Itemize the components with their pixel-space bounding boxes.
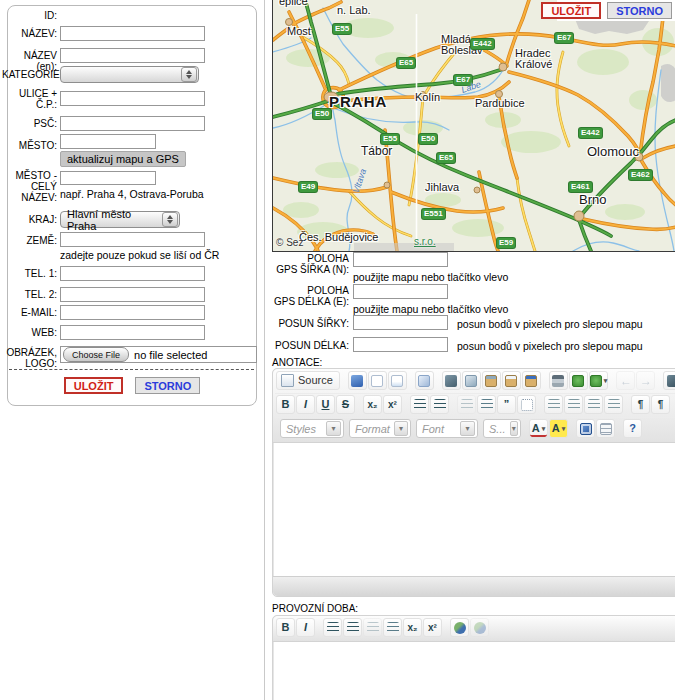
text-color-icon[interactable]: A — [529, 419, 548, 438]
gps-delka-input[interactable] — [353, 284, 448, 299]
cancel-button-top[interactable]: STORNO — [607, 2, 672, 19]
tel1-input[interactable] — [60, 266, 205, 281]
cancel-button[interactable]: STORNO — [135, 377, 200, 394]
anotace-toolbar-row3: StylesFormatFontS...AA? — [275, 417, 675, 441]
strike-icon[interactable]: S — [336, 395, 355, 414]
spell-check-icon[interactable] — [569, 371, 588, 390]
numbered-list-icon[interactable] — [410, 395, 429, 414]
file-status: no file selected — [134, 349, 207, 361]
create-div-icon[interactable] — [517, 395, 536, 414]
underline-icon[interactable]: U — [316, 395, 335, 414]
size-select[interactable]: S... — [483, 419, 521, 438]
print-icon[interactable] — [549, 371, 568, 390]
map-label-vltava-river: Vltava — [351, 168, 368, 195]
bidi-rtl-icon[interactable]: ¶ — [651, 395, 670, 414]
redo-icon[interactable]: → — [636, 371, 655, 390]
styles-select[interactable]: Styles — [280, 419, 344, 438]
ulice-input[interactable] — [60, 91, 205, 106]
mesto-cely-input[interactable] — [60, 171, 156, 185]
outdent-icon[interactable] — [363, 618, 382, 637]
justify-center-icon[interactable] — [564, 395, 583, 414]
indent-icon[interactable] — [477, 395, 496, 414]
bold-icon[interactable]: B — [276, 395, 295, 414]
kraj-select[interactable]: Hlavní město Praha — [60, 211, 180, 228]
italic-icon[interactable]: I — [296, 395, 315, 414]
psc-label: PSČ: — [2, 118, 57, 129]
scayt-icon[interactable] — [589, 371, 609, 390]
templates-icon[interactable] — [415, 371, 434, 390]
save-icon[interactable] — [348, 371, 367, 390]
nazev-input[interactable] — [60, 26, 205, 41]
bidi-ltr-icon[interactable]: ¶ — [631, 395, 650, 414]
form-actions: ULOŽIT STORNO — [8, 377, 256, 394]
show-blocks-icon[interactable] — [596, 419, 615, 438]
form-panel: ID: NÁZEV: NÁZEV (en): KATEGORIE: ULICE … — [0, 0, 265, 700]
link-icon[interactable] — [450, 618, 469, 637]
cut-icon[interactable] — [442, 371, 461, 390]
bulleted-list-icon[interactable] — [343, 618, 362, 637]
justify-block-icon[interactable] — [604, 395, 623, 414]
justify-left-icon[interactable] — [544, 395, 563, 414]
kraj-label: KRAJ: — [2, 214, 57, 225]
anotace-toolbar: Source←→ BIUSx₂x²”¶¶ StylesFormatFontS..… — [273, 369, 675, 443]
indent-icon[interactable] — [383, 618, 402, 637]
subscript-icon[interactable]: x₂ — [403, 618, 422, 637]
update-map-gps-button[interactable]: aktualizuj mapu a GPS — [60, 151, 186, 167]
undo-icon[interactable]: ← — [616, 371, 635, 390]
stepper-icon — [181, 67, 197, 82]
map-label-labe-river: Labe — [460, 79, 482, 95]
logo-file-input[interactable]: Choose File no file selected — [60, 346, 257, 363]
tel1-label: TEL. 1: — [2, 268, 57, 279]
superscript-icon[interactable]: x² — [423, 618, 442, 637]
choose-file-button[interactable]: Choose File — [63, 347, 129, 362]
provozni-doba-editor-body[interactable] — [273, 642, 675, 700]
copy-icon[interactable] — [462, 371, 481, 390]
justify-right-icon[interactable] — [584, 395, 603, 414]
kategorie-select[interactable] — [60, 66, 199, 83]
background-color-icon[interactable]: A — [549, 419, 568, 438]
about-icon[interactable]: ? — [623, 419, 642, 438]
mesto-input[interactable] — [60, 134, 156, 149]
bold-icon[interactable]: B — [276, 618, 295, 637]
format-select[interactable]: Format — [349, 419, 411, 438]
web-input[interactable] — [60, 325, 205, 340]
paste-from-word-icon[interactable] — [522, 371, 541, 390]
anotace-editor-body[interactable] — [273, 443, 675, 576]
anotace-toolbar-row1: Source←→ — [275, 370, 675, 393]
nazev-en-input[interactable] — [60, 48, 205, 63]
new-page-icon[interactable] — [368, 371, 387, 390]
zeme-input[interactable] — [60, 232, 205, 247]
paste-text-icon[interactable] — [502, 371, 521, 390]
find-icon[interactable] — [663, 371, 675, 390]
email-input[interactable] — [60, 305, 205, 320]
bulleted-list-icon[interactable] — [430, 395, 449, 414]
psc-input[interactable] — [60, 116, 205, 131]
preview-icon[interactable] — [388, 371, 407, 390]
provozni-doba-section-label: PROVOZNÍ DOBA: — [272, 603, 358, 614]
save-button-top[interactable]: ULOŽIT — [541, 2, 601, 19]
map-copyright-link[interactable]: s.r.o. — [414, 236, 436, 247]
map-water-labels: LabeVltava — [273, 0, 675, 251]
anotace-toolbar-row2: BIUSx₂x²”¶¶ — [275, 393, 675, 417]
map[interactable]: eplicen. Lab.MostMladá BoleslavHradec Kr… — [272, 0, 675, 252]
kategorie-label: KATEGORIE: — [2, 69, 57, 80]
posun-sirky-input[interactable] — [353, 315, 448, 330]
tel2-input[interactable] — [60, 287, 205, 302]
superscript-icon[interactable]: x² — [383, 395, 402, 414]
maximize-icon[interactable] — [576, 419, 595, 438]
italic-icon[interactable]: I — [296, 618, 315, 637]
numbered-list-icon[interactable] — [323, 618, 342, 637]
posun-delka-input[interactable] — [353, 337, 448, 352]
posun-delka-label: POSUN DÉLKA: — [265, 340, 349, 351]
source-button[interactable]: Source — [276, 371, 340, 390]
anotace-editor-footer[interactable] — [273, 576, 675, 596]
paste-icon[interactable] — [482, 371, 501, 390]
subscript-icon[interactable]: x₂ — [363, 395, 382, 414]
gps-sirka-input[interactable] — [353, 252, 448, 267]
unlink-icon[interactable] — [470, 618, 489, 637]
nazev-label: NÁZEV: — [2, 28, 57, 39]
save-button[interactable]: ULOŽIT — [64, 377, 124, 394]
blockquote-icon[interactable]: ” — [497, 395, 516, 414]
outdent-icon[interactable] — [457, 395, 476, 414]
font-select[interactable]: Font — [416, 419, 478, 438]
